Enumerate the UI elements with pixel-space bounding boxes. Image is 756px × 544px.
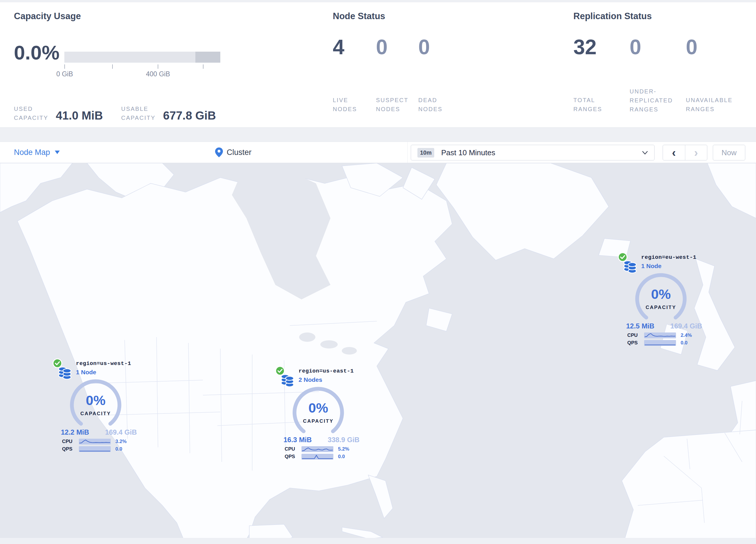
usable-capacity: USABLE CAPACITY 677.8 GiB <box>121 104 216 122</box>
cluster-summary-card: Capacity Usage 0.0% 0 GiB 400 GiB USED C… <box>0 2 756 128</box>
qps-value: 0.0 <box>115 446 122 452</box>
under-replicated-label: UNDER- REPLICATED RANGES <box>630 87 673 114</box>
marker-titles: region=us-east-1 2 Nodes <box>299 368 354 383</box>
cpu-sparkline <box>301 446 333 452</box>
cpu-row: CPU 3.2% <box>62 439 139 445</box>
capacity-values: 12.5 MiB 169.4 GiB <box>626 322 702 330</box>
capacity-gauge: 0% CAPACITY <box>64 378 128 427</box>
cpu-row: CPU 2.4% <box>627 333 704 338</box>
capacity-percent: 0% <box>64 392 128 408</box>
region-name: region=eu-west-1 <box>641 254 696 260</box>
capacity-percent: 0.0% <box>14 41 59 64</box>
dead-nodes-value: 0 <box>418 37 430 57</box>
suspect-nodes-label: SUSPECT NODES <box>376 96 408 114</box>
view-selector-dropdown[interactable]: Node Map <box>14 142 60 163</box>
cockroachdb-cluster-overview: Capacity Usage 0.0% 0 GiB 400 GiB USED C… <box>0 0 756 544</box>
database-stack-icon <box>279 371 296 387</box>
cpu-label: CPU <box>62 439 79 445</box>
capacity-percent: 0% <box>286 400 350 416</box>
capacity-tick <box>64 64 65 69</box>
map-toolbar: Node Map Cluster 10m Past 10 Minutes ‹ ›… <box>0 141 756 163</box>
qps-label: QPS <box>627 340 644 346</box>
capacity-gauge: 0% CAPACITY <box>629 272 693 321</box>
qps-sparkline <box>79 446 111 452</box>
capacity-percent: 0% <box>629 286 693 302</box>
used-capacity: 12.5 MiB <box>626 322 654 330</box>
node-count-link[interactable]: 2 Nodes <box>299 376 354 383</box>
capacity-caption: CAPACITY <box>64 411 128 417</box>
marker-header: region=us-east-1 2 Nodes <box>275 365 362 386</box>
view-selector-label: Node Map <box>14 148 50 157</box>
region-marker-eu-west-1[interactable]: region=eu-west-1 1 Node 0% CAPACITY 12.5… <box>617 251 704 346</box>
time-step-forward-button[interactable]: › <box>685 145 707 160</box>
used-capacity: USED CAPACITY 41.0 MiB <box>14 104 103 122</box>
cpu-value: 5.2% <box>338 446 349 452</box>
toolbar-divider <box>407 142 408 163</box>
map-bottom-strip <box>0 538 756 544</box>
cpu-sparkline <box>644 333 676 338</box>
cpu-sparkline <box>79 439 111 445</box>
capacity-tick-label: 400 GiB <box>135 70 181 78</box>
cpu-value: 2.4% <box>681 333 692 338</box>
world-map <box>0 163 756 544</box>
used-capacity: 12.2 MiB <box>61 428 89 436</box>
cpu-label: CPU <box>627 333 644 338</box>
great-lake <box>299 333 315 342</box>
qps-sparkline <box>644 340 676 346</box>
total-capacity: 338.9 GiB <box>328 436 359 444</box>
used-capacity-value: 41.0 MiB <box>56 109 103 122</box>
total-ranges-value: 32 <box>573 37 597 57</box>
cpu-label: CPU <box>285 446 301 452</box>
qps-value: 0.0 <box>338 454 345 460</box>
qps-row: QPS 0.0 <box>627 340 704 346</box>
replication-status-title: Replication Status <box>573 11 756 21</box>
marker-titles: region=eu-west-1 1 Node <box>641 254 696 269</box>
suspect-nodes-value: 0 <box>376 37 388 57</box>
capacity-tick-label: 0 GiB <box>41 70 88 78</box>
database-stack-icon <box>622 257 638 273</box>
qps-sparkline <box>301 454 333 460</box>
great-lake <box>342 347 357 355</box>
capacity-gauge: 0% CAPACITY <box>286 386 350 435</box>
time-range-label: Past 10 Minutes <box>441 148 495 157</box>
cpu-value: 3.2% <box>115 439 127 445</box>
live-nodes-label: LIVE NODES <box>333 96 357 114</box>
capacity-bar-reserved-segment <box>195 52 220 63</box>
unavailable-label: UNAVAILABLE RANGES <box>686 96 733 114</box>
region-marker-us-east-1[interactable]: region=us-east-1 2 Nodes 0% CAPACITY 16.… <box>275 365 362 460</box>
map-pin-icon <box>215 147 223 157</box>
total-capacity: 169.4 GiB <box>670 322 702 330</box>
capacity-values: 12.2 MiB 169.4 GiB <box>61 428 137 436</box>
time-step-back-button[interactable]: ‹ <box>663 145 685 160</box>
now-button[interactable]: Now <box>713 145 745 160</box>
node-status-title: Node Status <box>333 11 536 21</box>
marker-titles: region=us-west-1 1 Node <box>76 360 131 376</box>
qps-label: QPS <box>285 454 301 460</box>
total-ranges-label: TOTAL RANGES <box>573 96 602 114</box>
replication-status-section: Replication Status 32 TOTAL RANGES 0 UND… <box>573 11 756 21</box>
live-nodes-value: 4 <box>333 37 344 57</box>
capacity-tick <box>203 64 203 69</box>
cpu-row: CPU 5.2% <box>285 446 362 452</box>
capacity-tick <box>158 64 158 69</box>
dropdown-caret-icon <box>55 150 60 154</box>
dead-nodes-label: DEAD NODES <box>418 96 443 114</box>
under-replicated-value: 0 <box>630 37 641 57</box>
qps-row: QPS 0.0 <box>62 446 139 452</box>
time-step-controls: ‹ › <box>663 145 707 160</box>
usable-capacity-label: USABLE CAPACITY <box>121 104 156 122</box>
time-range-badge: 10m <box>417 148 434 157</box>
qps-row: QPS 0.0 <box>285 454 362 460</box>
total-capacity: 169.4 GiB <box>105 428 137 436</box>
region-marker-us-west-1[interactable]: region=us-west-1 1 Node 0% CAPACITY 12.2… <box>52 358 139 452</box>
breadcrumb-label: Cluster <box>227 148 252 157</box>
used-capacity: 16.3 MiB <box>283 436 312 444</box>
capacity-usage-section: Capacity Usage 0.0% 0 GiB 400 GiB USED C… <box>14 11 304 21</box>
node-count-link[interactable]: 1 Node <box>641 262 696 269</box>
time-range-dropdown[interactable]: 10m Past 10 Minutes <box>411 145 655 160</box>
node-count-link[interactable]: 1 Node <box>76 369 131 376</box>
node-status-section: Node Status 4 LIVE NODES 0 SUSPECT NODES… <box>333 11 536 21</box>
marker-header: region=us-west-1 1 Node <box>52 358 139 378</box>
breadcrumb[interactable]: Cluster <box>215 142 252 163</box>
region-name: region=us-east-1 <box>299 368 354 374</box>
